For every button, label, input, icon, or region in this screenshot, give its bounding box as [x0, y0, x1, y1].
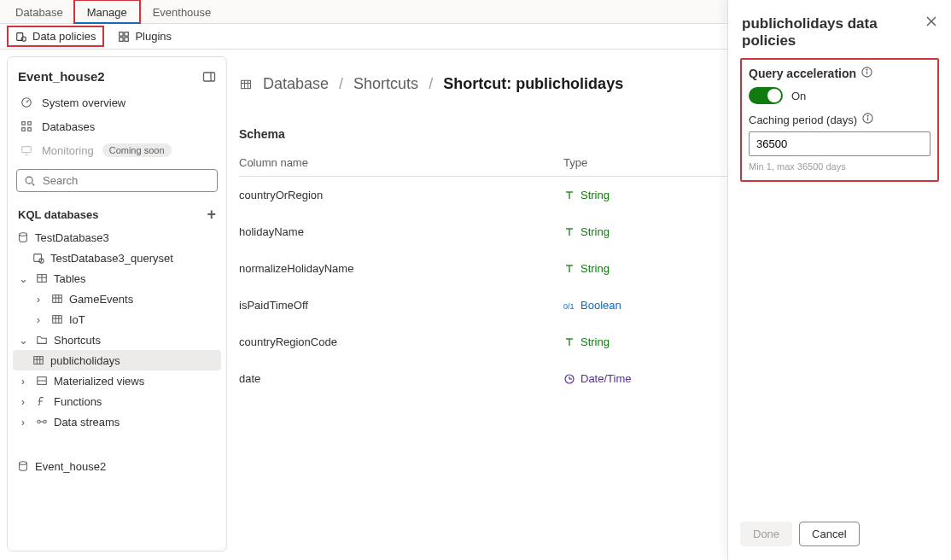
query-acceleration-label: Query acceleration [749, 67, 856, 80]
tab-database[interactable]: Database [3, 1, 75, 22]
tree-node-iot[interactable]: › IoT [13, 309, 221, 330]
type-label: Date/Time [581, 372, 631, 385]
schema-column-name: isPaidTimeOff [239, 299, 563, 312]
svg-rect-2 [120, 32, 123, 35]
schema-column-type: Date/Time [563, 372, 631, 385]
tree-node-functions[interactable]: › Functions [13, 391, 221, 411]
search-field[interactable] [41, 173, 210, 188]
svg-rect-5 [125, 37, 128, 40]
svg-line-9 [26, 100, 29, 102]
add-database-button[interactable]: + [207, 206, 216, 224]
chevron-right-icon: › [32, 313, 45, 326]
schema-column-name: normalizeHolidayName [239, 262, 563, 275]
svg-rect-13 [28, 128, 32, 131]
tree-node-tables[interactable]: ⌄ Tables [13, 268, 221, 289]
databases-icon [20, 120, 33, 133]
tab-eventhouse[interactable]: Eventhouse [141, 1, 224, 22]
matview-icon [35, 374, 49, 388]
svg-rect-32 [34, 357, 44, 365]
schema-column-name: holidayName [239, 225, 563, 238]
query-acceleration-toggle[interactable] [749, 87, 783, 104]
svg-point-66 [867, 115, 868, 116]
tree-node-eventhouse[interactable]: Event_house2 [13, 456, 221, 476]
plugins-icon [118, 31, 130, 43]
tree-node-shortcuts[interactable]: ⌄ Shortcuts [13, 330, 221, 350]
search-input[interactable] [16, 169, 218, 192]
type-label: String [581, 225, 610, 238]
tree-node-matviews[interactable]: › Materialized views [13, 370, 221, 391]
breadcrumb-database[interactable]: Database [263, 75, 329, 93]
caching-period-input[interactable] [749, 131, 931, 156]
type-label: String [581, 335, 610, 348]
text-type-icon [563, 190, 575, 201]
panel-title: publicholidays data policies [742, 15, 925, 50]
tree-node-label: Tables [54, 272, 86, 285]
data-policies-label: Data policies [32, 30, 96, 43]
done-button: Done [740, 522, 792, 546]
boolean-type-icon: 0/1 [563, 300, 575, 312]
svg-rect-6 [204, 73, 215, 81]
sidebar-title: Event_house2 [18, 69, 105, 84]
svg-rect-0 [17, 32, 23, 40]
svg-rect-24 [53, 295, 62, 303]
svg-point-1 [21, 37, 26, 41]
column-header-type: Type [563, 156, 587, 169]
sidebar-item-system-overview[interactable]: System overview [13, 90, 221, 114]
chevron-right-icon: › [16, 395, 30, 408]
chevron-right-icon: › [16, 375, 30, 388]
schema-column-type: 0/1Boolean [563, 299, 621, 312]
tree-node-datastreams[interactable]: › Data streams [13, 411, 221, 432]
data-policies-panel: publicholidays data policies Query accel… [727, 0, 951, 560]
text-type-icon [563, 226, 575, 238]
svg-point-40 [44, 420, 47, 423]
text-type-icon [563, 336, 575, 348]
datetime-type-icon [563, 373, 575, 385]
schema-column-name: countryOrRegion [239, 189, 563, 201]
info-icon[interactable] [862, 113, 873, 126]
type-label: String [581, 189, 610, 201]
svg-rect-14 [22, 147, 32, 153]
schema-column-type: String [563, 225, 610, 238]
data-policies-icon [15, 31, 27, 43]
close-icon[interactable] [925, 15, 937, 30]
sidebar-item-label: System overview [42, 96, 125, 109]
sidebar-item-label: Databases [42, 120, 95, 133]
eventhouse-icon [16, 459, 30, 473]
tables-icon [35, 271, 49, 285]
search-icon [24, 175, 36, 187]
tree-node-publicholidays[interactable]: publicholidays [13, 350, 221, 370]
table-icon [50, 312, 64, 326]
svg-rect-10 [22, 122, 26, 125]
chevron-right-icon: › [16, 416, 30, 429]
coming-soon-badge: Coming soon [102, 143, 172, 157]
svg-point-63 [866, 69, 867, 70]
breadcrumb-shortcuts[interactable]: Shortcuts [353, 75, 418, 93]
schema-column-name: date [239, 372, 563, 385]
tree-node-label: IoT [69, 313, 85, 326]
tree-node-label: GameEvents [69, 293, 133, 306]
data-policies-button[interactable]: Data policies [7, 26, 104, 47]
tree-node-queryset[interactable]: TestDatabase3_queryset [13, 248, 221, 268]
tree-node-gameevents[interactable]: › GameEvents [13, 289, 221, 309]
plugins-button[interactable]: Plugins [111, 27, 178, 45]
tree-node-database[interactable]: TestDatabase3 [13, 227, 221, 248]
schema-column-type: String [563, 189, 610, 201]
tree-node-label: TestDatabase3 [35, 231, 109, 244]
tree-node-label: Materialized views [54, 375, 144, 388]
breadcrumb-separator: / [339, 75, 343, 93]
svg-rect-3 [125, 32, 128, 35]
tree-node-label: publicholidays [50, 354, 120, 367]
column-header-name: Column name [239, 156, 563, 169]
svg-rect-19 [34, 254, 42, 262]
svg-point-18 [20, 233, 27, 236]
sidebar-item-databases[interactable]: Databases [13, 114, 221, 138]
shortcut-folder-icon [35, 333, 49, 347]
info-icon[interactable] [861, 67, 872, 80]
breadcrumb-current: Shortcut: publicholidays [443, 75, 623, 93]
svg-rect-28 [53, 316, 62, 324]
cancel-button[interactable]: Cancel [799, 522, 859, 546]
expand-icon[interactable] [202, 70, 216, 84]
datastream-icon [35, 415, 49, 429]
tab-manage[interactable]: Manage [73, 0, 141, 24]
text-type-icon [563, 263, 575, 275]
